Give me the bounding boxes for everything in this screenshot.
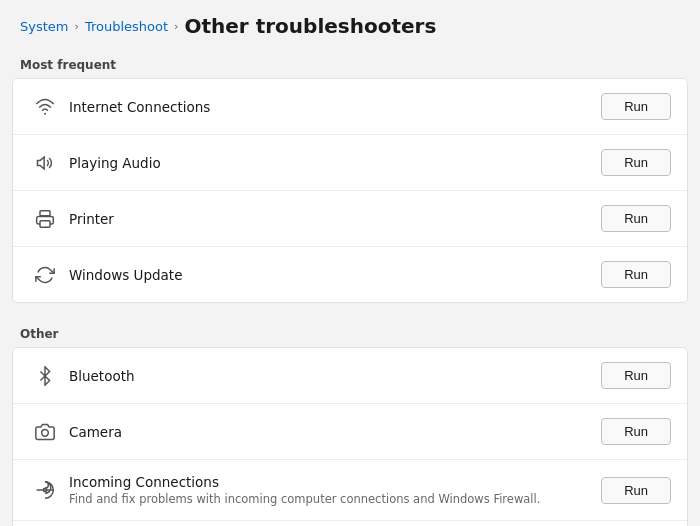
item-text-internet: Internet Connections — [61, 99, 601, 115]
item-text-incoming: Incoming Connections Find and fix proble… — [61, 474, 601, 506]
item-name: Printer — [69, 211, 601, 227]
item-name: Windows Update — [69, 267, 601, 283]
svg-rect-2 — [40, 210, 50, 215]
camera-icon — [29, 422, 61, 442]
update-icon — [29, 265, 61, 285]
run-button-printer[interactable]: Run — [601, 205, 671, 232]
incoming-icon — [29, 480, 61, 500]
run-button-camera[interactable]: Run — [601, 418, 671, 445]
run-button-audio[interactable]: Run — [601, 149, 671, 176]
breadcrumb-system[interactable]: System — [20, 19, 68, 34]
list-item: Bluetooth Run — [13, 348, 687, 404]
svg-point-0 — [44, 112, 46, 114]
section-label-other: Other — [0, 317, 700, 347]
item-name: Camera — [69, 424, 601, 440]
svg-point-4 — [42, 429, 49, 436]
other-list: Bluetooth Run Camera Run Inco — [12, 347, 688, 526]
svg-marker-1 — [38, 157, 45, 169]
item-text-windows-update: Windows Update — [61, 267, 601, 283]
page-title: Other troubleshooters — [184, 14, 436, 38]
audio-icon — [29, 153, 61, 173]
run-button-incoming[interactable]: Run — [601, 477, 671, 504]
svg-rect-3 — [40, 220, 50, 227]
bluetooth-icon — [29, 366, 61, 386]
printer-icon — [29, 209, 61, 229]
item-name: Playing Audio — [69, 155, 601, 171]
list-item: Windows Update Run — [13, 247, 687, 302]
item-name: Bluetooth — [69, 368, 601, 384]
item-text-audio: Playing Audio — [61, 155, 601, 171]
list-item: Incoming Connections Find and fix proble… — [13, 460, 687, 521]
item-name: Internet Connections — [69, 99, 601, 115]
item-text-printer: Printer — [61, 211, 601, 227]
most-frequent-list: Internet Connections Run Playing Audio R… — [12, 78, 688, 303]
item-name: Incoming Connections — [69, 474, 601, 490]
list-item: Camera Run — [13, 404, 687, 460]
run-button-internet[interactable]: Run — [601, 93, 671, 120]
run-button-bluetooth[interactable]: Run — [601, 362, 671, 389]
section-label-most-frequent: Most frequent — [0, 48, 700, 78]
wifi-icon — [29, 97, 61, 117]
item-desc: Find and fix problems with incoming comp… — [69, 492, 601, 506]
breadcrumb: System › Troubleshoot › Other troublesho… — [0, 0, 700, 48]
breadcrumb-troubleshoot[interactable]: Troubleshoot — [85, 19, 168, 34]
breadcrumb-sep-2: › — [174, 20, 178, 33]
list-item: Printer Run — [13, 191, 687, 247]
list-item: Playing Audio Run — [13, 135, 687, 191]
item-text-camera: Camera — [61, 424, 601, 440]
list-item: Keyboard Run — [13, 521, 687, 526]
breadcrumb-sep-1: › — [74, 20, 78, 33]
item-text-bluetooth: Bluetooth — [61, 368, 601, 384]
run-button-windows-update[interactable]: Run — [601, 261, 671, 288]
list-item: Internet Connections Run — [13, 79, 687, 135]
